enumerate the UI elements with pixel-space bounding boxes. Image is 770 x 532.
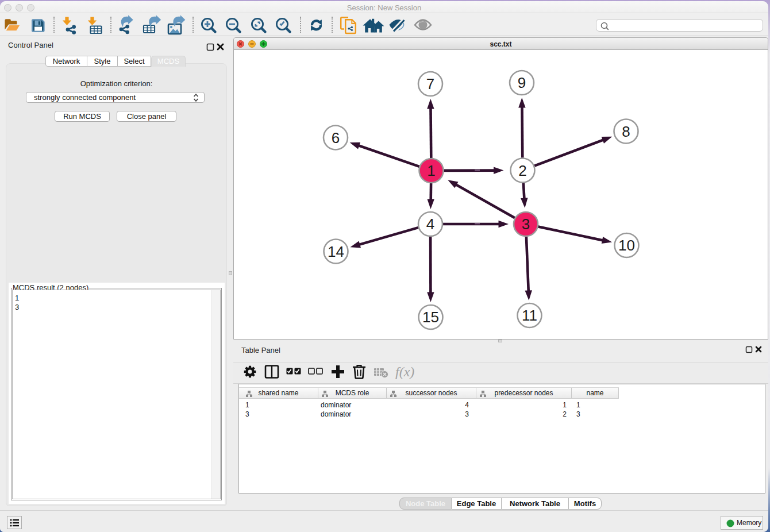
svg-text:11: 11 <box>522 307 537 324</box>
svg-text:6: 6 <box>332 129 340 147</box>
svg-text:4: 4 <box>426 215 434 233</box>
svg-text:10: 10 <box>618 237 635 254</box>
svg-text:1: 1 <box>427 162 435 179</box>
svg-text:f(x): f(x) <box>395 364 414 379</box>
svg-text:2: 2 <box>518 162 526 179</box>
svg-text:14: 14 <box>328 243 344 260</box>
svg-text:7: 7 <box>426 75 434 92</box>
svg-text:3: 3 <box>522 215 530 233</box>
svg-text:8: 8 <box>622 123 630 140</box>
svg-text:9: 9 <box>518 74 526 91</box>
svg-text:15: 15 <box>422 309 439 326</box>
